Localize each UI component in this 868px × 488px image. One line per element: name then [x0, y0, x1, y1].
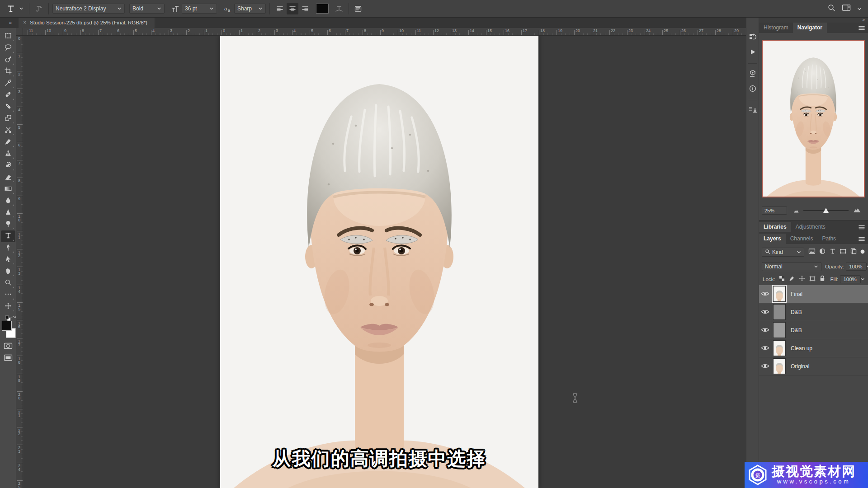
tool-preset-chevron-icon[interactable]: [17, 2, 25, 15]
blend-mode-select[interactable]: Normal: [762, 262, 821, 271]
lock-paint-icon[interactable]: [789, 275, 795, 283]
canvas[interactable]: 从我们的高调拍摄中选择: [220, 35, 538, 488]
panel-tab-histogram[interactable]: Histogram: [759, 23, 793, 33]
brush-tool[interactable]: [1, 136, 15, 148]
pen-tool[interactable]: [1, 242, 15, 254]
path-select-tool[interactable]: [1, 254, 15, 266]
filter-kind-select[interactable]: Kind: [762, 248, 804, 257]
close-icon[interactable]: ×: [23, 19, 26, 26]
layer-visibility-toggle[interactable]: [759, 357, 771, 375]
lock-move-icon[interactable]: [799, 275, 805, 283]
font-style-select[interactable]: Bold: [129, 4, 165, 14]
lock-transparent-icon[interactable]: [779, 275, 785, 283]
workspace-chevron-icon[interactable]: [857, 5, 862, 13]
panel-menu-icon[interactable]: [859, 225, 868, 232]
anti-alias-select[interactable]: Sharp: [234, 4, 266, 14]
layer-row[interactable]: Clean up: [759, 339, 868, 357]
type-tool[interactable]: [1, 230, 15, 242]
crop-tool[interactable]: [1, 66, 15, 78]
panel-menu-icon[interactable]: [859, 26, 868, 33]
move-tool[interactable]: [1, 301, 15, 313]
layer-thumbnail[interactable]: [774, 305, 785, 319]
navigator-proxy[interactable]: [762, 40, 865, 197]
filter-type-icon[interactable]: [829, 248, 836, 256]
document-tab[interactable]: × Studio Session-225 db.psd @ 25% (Final…: [19, 17, 155, 28]
layer-visibility-toggle[interactable]: [759, 339, 771, 357]
layer-thumbnail[interactable]: [774, 323, 785, 338]
dodge-tool[interactable]: [1, 219, 15, 230]
filter-pixel-icon[interactable]: [808, 248, 816, 256]
quick-select-tool[interactable]: [1, 54, 15, 66]
filter-shape-icon[interactable]: [840, 248, 847, 256]
panel-tab-paths[interactable]: Paths: [817, 234, 840, 244]
zoom-slider[interactable]: [803, 207, 849, 214]
marquee-tool[interactable]: [1, 31, 15, 42]
slider-thumb[interactable]: [823, 208, 829, 213]
zoom-out-icon[interactable]: [793, 206, 799, 215]
eyedropper-tool[interactable]: [1, 78, 15, 89]
layer-row[interactable]: D&B: [759, 321, 868, 339]
panel-tab-adjustments[interactable]: Adjustments: [791, 222, 830, 232]
workspace-icon[interactable]: [842, 4, 851, 13]
layer-row[interactable]: Original: [759, 357, 868, 375]
text-color-swatch[interactable]: [316, 4, 329, 14]
scissors-tool[interactable]: [1, 125, 15, 136]
toolbar-collapse-icon[interactable]: »: [0, 20, 19, 25]
zoom-in-icon[interactable]: [853, 206, 861, 215]
screen-mode-icon[interactable]: [0, 354, 16, 361]
align-left-button[interactable]: [274, 3, 286, 14]
type-tool-icon[interactable]: [5, 2, 17, 15]
history-icon[interactable]: [746, 30, 759, 43]
layer-thumbnail[interactable]: [774, 359, 785, 374]
gradient-tool[interactable]: [1, 183, 15, 195]
font-family-select[interactable]: Neutraface 2 Display: [52, 4, 125, 14]
lock-artboard-icon[interactable]: [809, 275, 816, 283]
filter-smart-icon[interactable]: [850, 248, 857, 256]
panel-menu-icon[interactable]: [859, 237, 868, 244]
filter-adjust-icon[interactable]: [819, 248, 826, 256]
toggle-panels-icon[interactable]: [353, 2, 363, 15]
search-icon[interactable]: [827, 4, 835, 14]
hand-tool[interactable]: [1, 266, 15, 277]
layer-visibility-toggle[interactable]: [759, 321, 771, 339]
navigator-zoom-field[interactable]: 25%: [762, 206, 787, 215]
opacity-field[interactable]: 100%: [846, 263, 867, 271]
more-tool[interactable]: [1, 289, 15, 301]
lasso-tool[interactable]: [1, 42, 15, 54]
foreground-color-swatch[interactable]: [2, 321, 12, 331]
zoom-tool[interactable]: [1, 277, 15, 289]
align-center-button[interactable]: [287, 3, 298, 14]
heal-tool[interactable]: [1, 101, 15, 113]
panel-tab-layers[interactable]: Layers: [759, 234, 786, 244]
clone-source-icon[interactable]: [746, 103, 759, 117]
align-right-button[interactable]: [299, 3, 311, 14]
actions-icon[interactable]: [746, 45, 759, 59]
text-orientation-icon[interactable]: [33, 2, 45, 15]
ruler-top[interactable]: 1110987654321012345678910111213141516171…: [23, 28, 746, 36]
panel-tab-channels[interactable]: Channels: [786, 234, 818, 244]
clone-stamp-tool[interactable]: [1, 148, 15, 160]
warp-text-icon[interactable]: [333, 2, 345, 15]
eraser-tool[interactable]: [1, 172, 15, 183]
lock-all-icon[interactable]: [820, 275, 825, 283]
filter-toggle-icon[interactable]: [860, 248, 865, 256]
layer-thumbnail[interactable]: [774, 341, 785, 356]
layer-visibility-toggle[interactable]: [759, 303, 771, 321]
panel-collapse-icon[interactable]: »: [862, 17, 865, 22]
ruler-left[interactable]: 0123456789101112131415161718192021222324…: [16, 35, 23, 488]
panel-tab-navigator[interactable]: Navigator: [793, 23, 827, 33]
layer-row[interactable]: D&B: [759, 303, 868, 321]
layer-visibility-toggle[interactable]: [759, 285, 771, 303]
panel-tab-libraries[interactable]: Libraries: [759, 222, 791, 232]
patch-tool[interactable]: [1, 113, 15, 125]
quick-mask-icon[interactable]: [0, 343, 16, 349]
layer-thumbnail[interactable]: [774, 286, 785, 301]
properties-icon[interactable]: [746, 66, 759, 80]
info-icon[interactable]: [746, 82, 759, 95]
history-brush-tool[interactable]: [1, 160, 15, 172]
spot-heal-tool[interactable]: [1, 89, 15, 101]
font-size-select[interactable]: 36 pt: [182, 4, 217, 14]
fill-field[interactable]: 100%: [840, 275, 861, 283]
sharpen-tool[interactable]: [1, 207, 15, 219]
blur-tool[interactable]: [1, 195, 15, 207]
